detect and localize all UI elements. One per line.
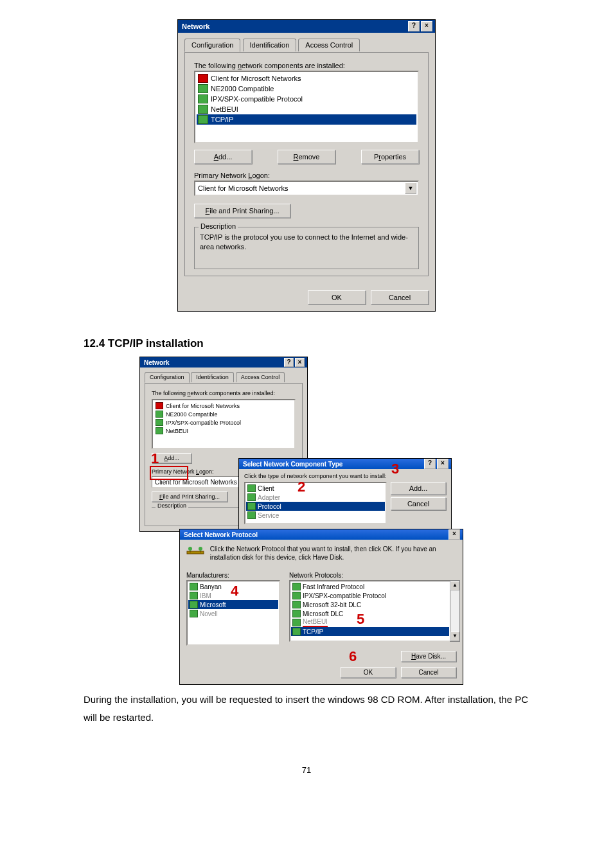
np-item-label: TCP/IP: [303, 628, 323, 635]
ok-button[interactable]: OK: [308, 290, 366, 305]
network-title-back: Network: [144, 359, 283, 366]
snp-cancel-button[interactable]: Cancel: [401, 667, 456, 678]
close-icon[interactable]: ×: [449, 529, 460, 540]
snct-item-protocol[interactable]: Protocol: [246, 502, 385, 511]
protocol-icon: [292, 628, 301, 635]
scroll-down-icon[interactable]: ▼: [450, 632, 459, 641]
snct-item-adapter[interactable]: Adapter: [246, 493, 385, 502]
scroll-track[interactable]: [450, 590, 459, 632]
protocols-listbox[interactable]: Fast Infrared Protocol IPX/SPX-compatibl…: [289, 580, 450, 642]
add-button-back[interactable]: Add...: [152, 453, 191, 463]
snct-item-label: Service: [258, 512, 279, 519]
svg-rect-0: [187, 551, 204, 554]
protocol-icon: [198, 94, 208, 103]
have-disk-button[interactable]: Have Disk...: [401, 651, 456, 662]
description-text: TCP/IP is the protocol you use to connec…: [200, 233, 413, 252]
mf-item-ibm[interactable]: IBM: [188, 591, 278, 600]
service-icon: [247, 511, 256, 519]
network-protocols-label: Network Protocols:: [289, 572, 460, 579]
snct-listbox[interactable]: Client Adapter Protocol Service: [244, 482, 387, 524]
mf-item-label: Novell: [200, 610, 218, 617]
chevron-down-icon[interactable]: ▼: [405, 182, 416, 194]
tab-configuration[interactable]: Configuration: [145, 372, 190, 383]
snct-add-button[interactable]: Add...: [391, 482, 446, 495]
adapter-icon: [198, 84, 208, 93]
np-item-label: Microsoft 32-bit DLC: [303, 601, 361, 608]
np-item-netbeui[interactable]: NetBEUI: [291, 618, 449, 627]
dialog-tabs: Configuration Identification Access Cont…: [184, 38, 429, 52]
vendor-icon: [190, 610, 198, 617]
tab-identification[interactable]: Identification: [243, 39, 297, 51]
help-icon[interactable]: ?: [408, 21, 420, 31]
primary-logon-select[interactable]: Client for Microsoft Networks ▼: [194, 181, 419, 196]
help-icon[interactable]: ?: [424, 459, 436, 469]
mf-item-microsoft[interactable]: Microsoft: [188, 600, 278, 609]
list-item[interactable]: NetBEUI: [154, 427, 293, 435]
snct-item-label: Client: [258, 485, 274, 492]
protocol-icon: [198, 115, 208, 124]
list-item-netbeui[interactable]: NetBEUI: [197, 104, 416, 114]
list-item[interactable]: IPX/SPX-compatible Protocol: [154, 418, 293, 427]
tab-configuration[interactable]: Configuration: [184, 39, 240, 52]
manufacturers-listbox[interactable]: Banyan IBM Microsoft Novell: [186, 580, 280, 646]
mf-item-banyan[interactable]: Banyan: [188, 582, 278, 591]
snct-cancel-button[interactable]: Cancel: [391, 497, 446, 510]
svg-point-2: [199, 547, 202, 551]
snct-item-service[interactable]: Service: [246, 511, 385, 520]
np-item-dlc[interactable]: Microsoft DLC: [291, 609, 449, 618]
components-label: The following network components are ins…: [194, 62, 419, 69]
list-item[interactable]: NE2000 Compatible: [154, 410, 293, 418]
snp-titlebar: Select Network Protocol ×: [180, 529, 463, 540]
snct-item-client[interactable]: Client: [246, 484, 385, 493]
scroll-up-icon[interactable]: ▲: [450, 581, 459, 590]
np-item-ipxspx[interactable]: IPX/SPX-compatible Protocol: [291, 591, 449, 600]
snp-ok-button[interactable]: OK: [341, 667, 396, 678]
help-icon[interactable]: ?: [284, 358, 294, 367]
configuration-panel: The following network components are ins…: [184, 52, 429, 276]
close-icon[interactable]: ×: [421, 21, 432, 31]
client-icon: [155, 402, 163, 409]
list-item-ipxspx[interactable]: IPX/SPX-compatible Protocol: [197, 94, 416, 104]
list-item[interactable]: Client for Microsoft Networks: [154, 402, 293, 410]
primary-logon-value: Client for Microsoft Networks: [198, 184, 405, 192]
tab-access-control[interactable]: Access Control: [236, 372, 285, 382]
components-listbox[interactable]: Client for Microsoft Networks NE2000 Com…: [194, 71, 419, 143]
dialog-actions: OK Cancel: [178, 284, 435, 311]
adapter-icon: [155, 411, 163, 418]
description-title-back: Description: [155, 502, 188, 509]
vendor-icon: [190, 583, 198, 590]
cancel-button[interactable]: Cancel: [371, 290, 429, 305]
vendor-icon: [190, 592, 198, 599]
close-icon[interactable]: ×: [437, 459, 449, 469]
file-print-sharing-button[interactable]: File and Print Sharing...: [194, 204, 290, 218]
client-icon: [198, 74, 208, 83]
properties-button[interactable]: Properties: [361, 150, 419, 164]
np-item-dlc32[interactable]: Microsoft 32-bit DLC: [291, 600, 449, 609]
components-listbox-back[interactable]: Client for Microsoft Networks NE2000 Com…: [152, 399, 296, 449]
snp-description: Click the Network Protocol that you want…: [210, 545, 448, 562]
tab-identification[interactable]: Identification: [191, 372, 234, 382]
protocol-icon: [292, 619, 301, 626]
protocol-icon: [247, 502, 256, 510]
adapter-icon: [247, 493, 256, 501]
client-icon: [247, 484, 256, 492]
list-item-label: Client for Microsoft Networks: [211, 75, 301, 82]
file-print-sharing-button-back[interactable]: File and Print Sharing...: [152, 492, 227, 502]
close-icon[interactable]: ×: [295, 358, 305, 367]
np-item-label: Fast Infrared Protocol: [303, 583, 364, 590]
add-button[interactable]: Add...: [194, 150, 252, 164]
primary-logon-label: Primary Network Logon:: [194, 172, 419, 179]
list-item-client[interactable]: Client for Microsoft Networks: [197, 73, 416, 84]
components-label-back: The following network components are ins…: [152, 390, 296, 396]
list-item-tcpip[interactable]: TCP/IP: [197, 114, 416, 125]
select-component-type-dialog: Select Network Component Type ? × Click …: [238, 458, 452, 534]
tab-access-control[interactable]: Access Control: [298, 39, 360, 51]
np-item-fastir[interactable]: Fast Infrared Protocol: [291, 582, 449, 591]
np-item-tcpip[interactable]: TCP/IP: [291, 627, 449, 636]
network-dialog: Network ? × Configuration Identification…: [177, 19, 436, 312]
remove-button[interactable]: Remove: [278, 150, 335, 164]
list-item-adapter[interactable]: NE2000 Compatible: [197, 84, 416, 94]
mf-item-novell[interactable]: Novell: [188, 609, 278, 618]
protocols-scrollbar[interactable]: ▲ ▼: [450, 580, 460, 642]
snct-item-label: Adapter: [258, 494, 280, 501]
